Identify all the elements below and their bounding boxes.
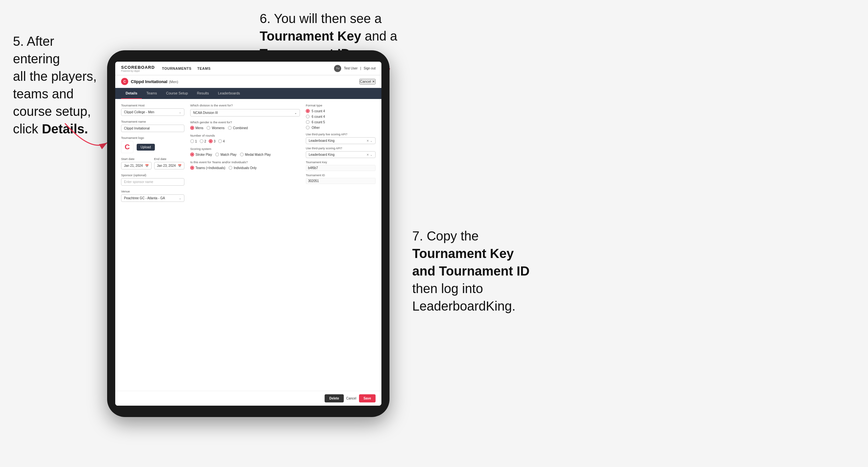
round-3[interactable]: 3	[209, 139, 216, 143]
match-dot[interactable]	[215, 153, 219, 156]
tournament-name-input[interactable]: Clippd Invitational	[121, 125, 184, 132]
6count5-label: 6 count 5	[312, 120, 325, 124]
rounds-group: Number of rounds 1 2 3	[190, 134, 300, 143]
upload-button[interactable]: Upload	[137, 144, 155, 151]
api-clear-1[interactable]: ✕ ⌄	[367, 139, 373, 143]
delete-button[interactable]: Delete	[324, 394, 343, 402]
round-4[interactable]: 4	[218, 139, 225, 143]
other-dot[interactable]	[306, 126, 310, 129]
nav-teams[interactable]: TEAMS	[197, 66, 211, 70]
teams-option[interactable]: Teams (+Individuals)	[190, 166, 225, 170]
individuals-label: Individuals Only	[234, 166, 257, 170]
tab-teams[interactable]: Teams	[142, 88, 161, 99]
stroke-label: Stroke Play	[195, 153, 212, 156]
annot-left-text3: teams and	[13, 87, 74, 101]
annot-top-bold1: Tournament Key	[260, 29, 361, 43]
tab-leaderboards[interactable]: Leaderboards	[213, 88, 244, 99]
other-label: Other	[312, 126, 320, 129]
individuals-dot[interactable]	[228, 166, 232, 170]
round-1[interactable]: 1	[190, 139, 197, 143]
round4-dot[interactable]	[218, 139, 222, 143]
calendar-icon: 📅	[145, 164, 149, 167]
gender-mens[interactable]: Mens	[190, 126, 203, 130]
6count4-label: 6 count 4	[312, 115, 325, 119]
signout-link[interactable]: Sign out	[364, 66, 376, 70]
sponsor-label: Sponsor (optional)	[121, 173, 184, 177]
6count4-dot[interactable]	[306, 115, 310, 119]
round1-dot[interactable]	[190, 139, 194, 143]
footer-actions: Delete Cancel Save	[115, 391, 381, 406]
teams-label: Is this event for Teams and/or Individua…	[190, 160, 300, 164]
6count5-dot[interactable]	[306, 120, 310, 124]
start-date-input[interactable]: Jan 21, 2024 📅	[121, 162, 152, 169]
combined-radio-dot[interactable]	[228, 126, 232, 130]
save-button[interactable]: Save	[359, 394, 376, 402]
stroke-dot[interactable]	[190, 153, 194, 156]
start-date-field: Start date Jan 21, 2024 📅	[121, 157, 152, 169]
tournament-logo-label: Tournament logo	[121, 136, 184, 139]
format-6count4[interactable]: 6 count 4	[306, 115, 376, 119]
annot-left-text5: click	[13, 122, 42, 136]
api-select-2[interactable]: Leaderboard King ✕ ⌄	[306, 151, 376, 158]
tournament-key-section: Tournament Key b4f6b7	[306, 161, 376, 171]
teams-dot[interactable]	[190, 166, 194, 170]
api-select-1[interactable]: Leaderboard King ✕ ⌄	[306, 137, 376, 144]
division-select[interactable]: NCAA Division III ⌄	[190, 109, 300, 117]
scoring-medal[interactable]: Medal Match Play	[240, 153, 271, 156]
mens-radio-dot[interactable]	[190, 126, 194, 130]
teams-group: Is this event for Teams and/or Individua…	[190, 160, 300, 170]
footer-cancel-button[interactable]: Cancel	[346, 397, 356, 400]
round-2[interactable]: 2	[199, 139, 207, 143]
api-clear-2[interactable]: ✕ ⌄	[367, 153, 373, 156]
logo-sub: Powered by clippd	[121, 70, 155, 72]
round3-dot[interactable]	[209, 139, 213, 143]
tournament-id-label: Tournament ID	[306, 174, 376, 177]
end-date-input[interactable]: Jan 23, 2024 📅	[154, 162, 185, 169]
format-5count4[interactable]: 5 count 4	[306, 109, 376, 113]
scoring-match[interactable]: Match Play	[215, 153, 236, 156]
venue-chevron-icon: ⌄	[179, 197, 182, 200]
calendar-icon-2: 📅	[178, 164, 182, 167]
api-label-1: Use third-party live scoring API?	[306, 133, 376, 136]
annot-top-text1: 6. You will then see a	[260, 11, 382, 26]
division-value: NCAA Division III	[193, 111, 218, 115]
venue-input[interactable]: Peachtree GC - Atlanta - GA ⌄	[121, 194, 184, 202]
annot-right-text2: then log into	[412, 281, 483, 295]
annot-right-bold2: and Tournament ID	[412, 264, 529, 278]
venue-group: Venue Peachtree GC - Atlanta - GA ⌄	[121, 189, 184, 202]
cancel-tournament-btn[interactable]: Cancel ✕	[359, 79, 376, 84]
format-title: Format type	[306, 103, 376, 107]
teams-row: Teams (+Individuals) Individuals Only	[190, 166, 300, 170]
tournament-host-group: Tournament Host Clippd College - Men ⌄	[121, 103, 184, 116]
sponsor-input[interactable]: Enter sponsor name	[121, 178, 184, 186]
medal-dot[interactable]	[240, 153, 244, 156]
scoring-stroke[interactable]: Stroke Play	[190, 153, 212, 156]
gender-group: Which gender is the event for? Mens Wome…	[190, 120, 300, 130]
main-content: Tournament Host Clippd College - Men ⌄ T…	[115, 99, 381, 391]
middle-column: Which division is the event for? NCAA Di…	[190, 103, 300, 386]
gender-combined[interactable]: Combined	[228, 126, 248, 130]
annot-top-text2: and a	[361, 29, 397, 43]
tab-results[interactable]: Results	[192, 88, 214, 99]
division-group: Which division is the event for? NCAA Di…	[190, 103, 300, 117]
venue-label: Venue	[121, 189, 184, 193]
nav-separator: |	[360, 66, 361, 70]
tablet-screen: SCOREBOARD Powered by clippd TOURNAMENTS…	[115, 62, 381, 406]
nav-tournaments[interactable]: TOURNAMENTS	[162, 66, 191, 70]
format-6count5[interactable]: 6 count 5	[306, 120, 376, 124]
tab-details[interactable]: Details	[121, 88, 142, 99]
chevron-icon: ⌄	[179, 111, 182, 114]
tournament-key-value: b4f6b7	[306, 165, 376, 171]
annotation-right: 7. Copy the Tournament Key and Tournamen…	[412, 227, 536, 315]
tab-course-setup[interactable]: Course Setup	[161, 88, 192, 99]
individuals-option[interactable]: Individuals Only	[228, 166, 257, 170]
womens-radio-dot[interactable]	[207, 126, 210, 130]
tablet-frame: SCOREBOARD Powered by clippd TOURNAMENTS…	[107, 50, 390, 417]
round2-dot[interactable]	[199, 139, 204, 143]
gender-womens[interactable]: Womens	[207, 126, 224, 130]
teams-label-text: Teams (+Individuals)	[195, 166, 225, 170]
division-chevron-icon: ⌄	[294, 111, 297, 115]
tournament-host-input[interactable]: Clippd College - Men ⌄	[121, 108, 184, 116]
5count4-dot[interactable]	[306, 109, 310, 113]
format-other[interactable]: Other	[306, 126, 376, 129]
